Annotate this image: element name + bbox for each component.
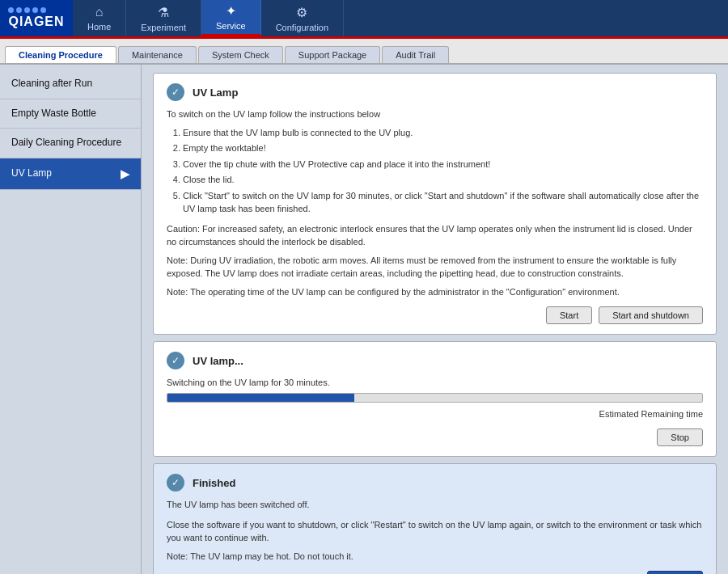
estimated-time-label: Estimated Remaining time [167, 407, 703, 421]
logo-dots [8, 7, 64, 13]
tab-support[interactable]: Support Package [285, 46, 380, 63]
tab-maintenance[interactable]: Maintenance [118, 46, 197, 63]
service-icon: ✦ [226, 3, 236, 19]
sidebar-label-empty-waste-bottle: Empty Waste Bottle [11, 108, 96, 119]
logo-text: QIAGEN [8, 15, 64, 29]
uv-lamp-setup-header: ✓ UV Lamp [167, 83, 703, 101]
uv-lamp-progress-header: ✓ UV lamp... [167, 352, 703, 369]
uv-lamp-intro: To switch on the UV lamp follow the inst… [167, 108, 703, 121]
check-circle-progress: ✓ [167, 352, 184, 369]
uv-lamp-setup-card: ✓ UV Lamp To switch on the UV lamp follo… [153, 73, 717, 335]
tab-bar: Cleaning Procedure Maintenance System Ch… [0, 39, 728, 65]
step-4: Close the lid. [183, 173, 703, 187]
main-area: Cleaning after Run Empty Waste Bottle Da… [0, 65, 728, 574]
finished-buttons: Restart [167, 571, 703, 574]
start-shutdown-button[interactable]: Start and shutdown [599, 306, 703, 324]
tab-system-check[interactable]: System Check [198, 46, 283, 63]
restart-button[interactable]: Restart [647, 571, 703, 574]
nav-experiment-label: Experiment [141, 23, 186, 32]
sidebar-arrow-icon: ▶ [121, 167, 129, 181]
nav-home-label: Home [87, 22, 111, 32]
finished-line2: Close the software if you want to shutdo… [167, 518, 703, 545]
uv-lamp-progress-body: Switching on the UV lamp for 30 minutes.… [167, 376, 703, 420]
nav-service-label: Service [216, 21, 246, 31]
sidebar-item-daily-cleaning[interactable]: Daily Cleaning Procedure [0, 129, 141, 158]
sidebar-item-cleaning-after-run[interactable]: Cleaning after Run [0, 70, 141, 99]
step-5: Click "Start" to switch on the UV lamp f… [183, 189, 703, 216]
sidebar-label-uv-lamp: UV Lamp [11, 167, 52, 180]
nav-experiment[interactable]: ⚗ Experiment [126, 0, 201, 36]
finished-card: ✓ Finished The UV lamp has been switched… [153, 463, 717, 574]
uv-lamp-setup-buttons: Start Start and shutdown [167, 306, 703, 324]
sidebar-item-uv-lamp[interactable]: UV Lamp ▶ [0, 158, 141, 190]
nav-config-label: Configuration [276, 23, 328, 32]
experiment-icon: ⚗ [158, 5, 169, 20]
check-circle-finished: ✓ [167, 474, 184, 492]
nav-configuration[interactable]: ⚙ Configuration [261, 0, 344, 36]
uv-lamp-progress-title: UV lamp... [193, 355, 243, 367]
stop-button[interactable]: Stop [657, 428, 703, 446]
uv-lamp-progress-card: ✓ UV lamp... Switching on the UV lamp fo… [153, 341, 717, 457]
sidebar-label-cleaning-after-run: Cleaning after Run [11, 78, 92, 89]
tab-cleaning[interactable]: Cleaning Procedure [5, 46, 116, 63]
top-nav-bar: QIAGEN ⌂ Home ⚗ Experiment ✦ Service ⚙ C… [0, 0, 728, 39]
note-text-1: Note: During UV irradiation, the robotic… [167, 254, 703, 281]
tab-audit[interactable]: Audit Trail [382, 46, 449, 63]
finished-line1: The UV lamp has been switched off. [167, 498, 703, 512]
home-icon: ⌂ [95, 5, 104, 19]
caution-text: Caution: For increased safety, an electr… [167, 222, 703, 249]
nav-home[interactable]: ⌂ Home [73, 0, 126, 36]
finished-note: Note: The UV lamp may be hot. Do not tou… [167, 550, 703, 563]
nav-service[interactable]: ✦ Service [201, 0, 261, 36]
finished-body: The UV lamp has been switched off. Close… [167, 498, 703, 563]
sidebar-item-empty-waste-bottle[interactable]: Empty Waste Bottle [0, 99, 141, 129]
note-text-2: Note: The operating time of the UV lamp … [167, 285, 703, 299]
check-circle-setup: ✓ [167, 83, 184, 101]
step-2: Empty the worktable! [183, 141, 703, 155]
sidebar: Cleaning after Run Empty Waste Bottle Da… [0, 65, 142, 574]
step-3: Cover the tip chute with the UV Protecti… [183, 158, 703, 171]
progress-bar-fill [167, 394, 354, 402]
start-button[interactable]: Start [546, 306, 592, 324]
step-1: Ensure that the UV lamp bulb is connecte… [183, 126, 703, 140]
uv-lamp-setup-title: UV Lamp [193, 87, 238, 99]
finished-header: ✓ Finished [167, 474, 703, 492]
progress-bar-container [167, 393, 703, 403]
config-icon: ⚙ [296, 5, 307, 20]
finished-title: Finished [193, 477, 235, 489]
uv-lamp-steps: Ensure that the UV lamp bulb is connecte… [167, 126, 703, 216]
uv-lamp-progress-buttons: Stop [167, 428, 703, 446]
nav-items: ⌂ Home ⚗ Experiment ✦ Service ⚙ Configur… [73, 0, 344, 36]
uv-lamp-setup-body: To switch on the UV lamp follow the inst… [167, 108, 703, 298]
progress-label: Switching on the UV lamp for 30 minutes. [167, 376, 703, 390]
content-panel: ✓ UV Lamp To switch on the UV lamp follo… [142, 65, 728, 574]
sidebar-label-daily-cleaning: Daily Cleaning Procedure [11, 137, 121, 148]
logo-area: QIAGEN [0, 0, 73, 36]
